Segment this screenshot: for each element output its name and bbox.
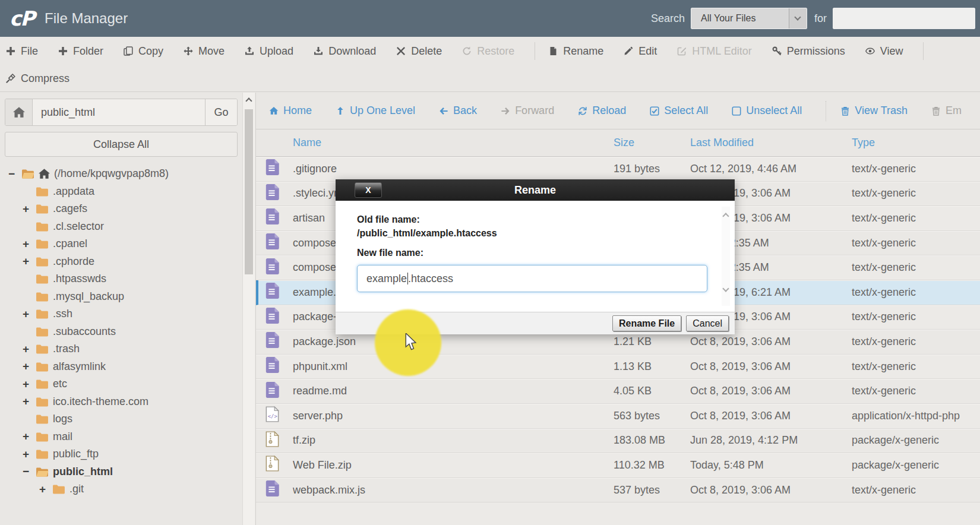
folder-icon bbox=[36, 432, 49, 442]
tree-item-public-html[interactable]: −public_html bbox=[0, 463, 242, 481]
expand-icon[interactable]: + bbox=[23, 308, 36, 321]
sidebar-scrollbar[interactable] bbox=[242, 93, 255, 525]
tree-item-subaccounts[interactable]: .subaccounts bbox=[0, 323, 242, 341]
go-button[interactable]: Go bbox=[205, 99, 237, 125]
toolbar-row-2: Compress bbox=[0, 65, 980, 91]
checkbox-checked-icon bbox=[650, 106, 659, 116]
search-input[interactable] bbox=[833, 8, 975, 29]
toolbar-button-file[interactable]: File bbox=[6, 45, 38, 58]
search-scope-select[interactable]: All Your Files bbox=[691, 8, 807, 29]
toolbar-button-folder[interactable]: Folder bbox=[58, 45, 103, 58]
tree-item-alfasymlink[interactable]: +alfasymlink bbox=[0, 358, 242, 376]
tree-item-htpasswds[interactable]: .htpasswds bbox=[0, 270, 242, 288]
file-type-icon bbox=[265, 159, 293, 178]
back-icon bbox=[439, 106, 448, 116]
expand-icon[interactable]: + bbox=[23, 255, 36, 268]
toolbar-button-move[interactable]: Move bbox=[184, 45, 225, 58]
toolbar-button-view[interactable]: View bbox=[865, 45, 903, 58]
nav-button-select-all[interactable]: Select All bbox=[650, 105, 708, 117]
column-last-modified[interactable]: Last Modified bbox=[690, 137, 852, 149]
tree-item-mail[interactable]: +mail bbox=[0, 428, 242, 446]
toolbar-button-download[interactable]: Download bbox=[314, 45, 376, 58]
sidebar: Go Collapse All −(/home/kpqwgvpap8m8).ap… bbox=[0, 93, 242, 525]
nav-button-reload[interactable]: Reload bbox=[578, 105, 626, 117]
nav-button-back[interactable]: Back bbox=[439, 105, 477, 117]
collapse-icon[interactable]: − bbox=[23, 465, 36, 478]
file-row-tf-zip[interactable]: tf.zip183.08 MBJun 28, 2019, 4:12 PMpack… bbox=[256, 429, 980, 454]
tree-item-trash[interactable]: +.trash bbox=[0, 340, 242, 358]
expand-icon[interactable]: + bbox=[39, 483, 52, 496]
tree-item-public-ftp[interactable]: +public_ftp bbox=[0, 445, 242, 463]
toolbar-button-rename[interactable]: Rename bbox=[548, 45, 603, 58]
tree-item-logs[interactable]: logs bbox=[0, 410, 242, 428]
file-modified: Oct 8, 2019, 3:06 AM bbox=[690, 484, 852, 496]
path-input[interactable] bbox=[33, 99, 205, 125]
toolbar-button-delete[interactable]: Delete bbox=[396, 45, 442, 58]
toolbar-button-label: Edit bbox=[638, 45, 657, 58]
cancel-button[interactable]: Cancel bbox=[686, 315, 729, 331]
chevron-down-icon[interactable] bbox=[789, 8, 807, 29]
tree-item-ssh[interactable]: +.ssh bbox=[0, 305, 242, 323]
file-modified: Oct 8, 2019, 3:06 AM bbox=[690, 385, 852, 397]
dialog-scrollbar[interactable] bbox=[722, 207, 730, 306]
file-row-readme-md[interactable]: readme.md4.05 KBOct 8, 2019, 3:06 AMtext… bbox=[256, 379, 980, 404]
expand-icon[interactable]: + bbox=[23, 430, 36, 443]
tree-item-etc[interactable]: +etc bbox=[0, 375, 242, 393]
collapse-all-button[interactable]: Collapse All bbox=[5, 132, 238, 157]
new-file-name-input[interactable]: example.htaccess bbox=[357, 265, 707, 292]
toolbar-button-upload[interactable]: Upload bbox=[245, 45, 293, 58]
tree-item-cpanel[interactable]: +.cpanel bbox=[0, 235, 242, 253]
file-row-web-file-zip[interactable]: Web File.zip110.32 MBToday, 5:48 PMpacka… bbox=[256, 453, 980, 478]
rename-file-button[interactable]: Rename File bbox=[612, 315, 681, 331]
old-file-name-value: /public_html/example.htaccess bbox=[357, 226, 707, 240]
scroll-up-icon[interactable] bbox=[722, 213, 729, 219]
expand-icon[interactable]: + bbox=[23, 395, 36, 408]
file-type-icon bbox=[265, 308, 293, 327]
file-row-server-php[interactable]: </>server.php563 bytesOct 8, 2019, 3:06 … bbox=[256, 404, 980, 429]
toolbar-button-compress[interactable]: Compress bbox=[6, 72, 69, 85]
expand-icon[interactable]: + bbox=[23, 203, 36, 216]
scroll-up-icon[interactable] bbox=[243, 94, 255, 106]
home-icon[interactable] bbox=[5, 99, 33, 125]
move-icon bbox=[184, 46, 193, 56]
tree-item-ico-itech-theme-com[interactable]: +ico.itech-theme.com bbox=[0, 393, 242, 411]
expand-icon[interactable]: + bbox=[23, 448, 36, 461]
tree-item-mysql-backup[interactable]: .mysql_backup bbox=[0, 288, 242, 306]
toolbar-button-label: Folder bbox=[73, 45, 103, 58]
tree-item-cl-selector[interactable]: .cl.selector bbox=[0, 218, 242, 236]
expand-icon[interactable]: + bbox=[23, 343, 36, 356]
scroll-down-icon[interactable] bbox=[722, 285, 729, 292]
file-row-phpunit-xml[interactable]: phpunit.xml1.13 KBOct 8, 2019, 3:06 AMte… bbox=[256, 355, 980, 379]
collapse-icon[interactable]: − bbox=[8, 167, 21, 181]
nav-button-view-trash[interactable]: View Trash bbox=[840, 105, 908, 117]
folder-icon bbox=[36, 449, 49, 459]
navhome-icon bbox=[269, 106, 279, 116]
column-type[interactable]: Type bbox=[852, 137, 980, 149]
tree-item-label: .mysql_backup bbox=[53, 290, 124, 303]
nav-button-home[interactable]: Home bbox=[269, 105, 312, 117]
file-row-webpack-mix-js[interactable]: webpack.mix.js537 bytesOct 8, 2019, 3:06… bbox=[256, 478, 980, 503]
file-name: .gitignore bbox=[293, 163, 614, 175]
tree-item-home-kpqwgvpap8m8[interactable]: −(/home/kpqwgvpap8m8) bbox=[0, 165, 242, 183]
toolbar-button-copy[interactable]: Copy bbox=[124, 45, 163, 58]
key-icon bbox=[772, 46, 782, 56]
file-row-gitignore[interactable]: .gitignore191 bytesOct 12, 2019, 4:46 AM… bbox=[256, 157, 980, 182]
column-size[interactable]: Size bbox=[614, 137, 690, 149]
scrollbar-thumb[interactable] bbox=[245, 109, 253, 274]
nav-button-up-one-level[interactable]: Up One Level bbox=[336, 105, 415, 117]
tree-item-cagefs[interactable]: +.cagefs bbox=[0, 200, 242, 218]
tree-item-git[interactable]: +.git bbox=[0, 480, 242, 498]
nav-button-unselect-all[interactable]: Unselect All bbox=[732, 105, 802, 117]
tree-item-cphorde[interactable]: +.cphorde bbox=[0, 253, 242, 271]
reload-icon bbox=[578, 106, 587, 116]
expand-icon[interactable]: + bbox=[23, 378, 36, 391]
column-name[interactable]: Name bbox=[293, 137, 614, 149]
toolbar-button-edit[interactable]: Edit bbox=[624, 45, 657, 58]
expand-icon[interactable]: + bbox=[23, 238, 36, 251]
toolbar-button-permissions[interactable]: Permissions bbox=[772, 45, 845, 58]
close-icon[interactable]: X bbox=[355, 182, 382, 198]
tree-item-appdata[interactable]: .appdata bbox=[0, 183, 242, 201]
page-title: File Manager bbox=[45, 10, 128, 27]
folder-icon bbox=[52, 484, 65, 494]
expand-icon[interactable]: + bbox=[23, 360, 36, 373]
